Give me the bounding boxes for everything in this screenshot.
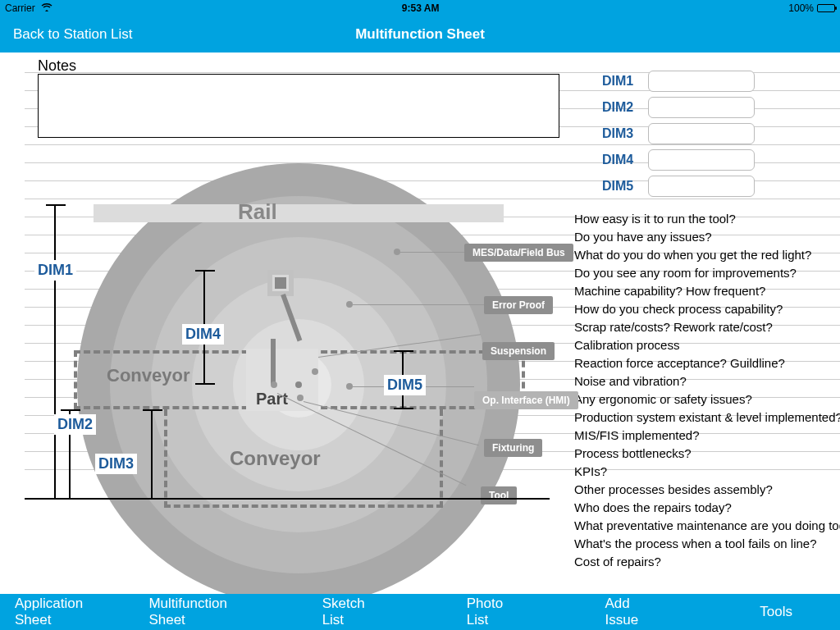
question-item: Reaction force acceptance? Guildline? (574, 354, 837, 372)
dim3-input[interactable] (648, 123, 755, 144)
question-item: Scrap rate/costs? Rework rate/cost? (574, 318, 837, 336)
tab-multifunction-sheet[interactable]: Multifunction Sheet (134, 596, 277, 628)
dim2-tag: DIM2 (54, 414, 96, 435)
dim4-tick (195, 270, 215, 272)
callout-fixturing: Fixturing (484, 439, 542, 457)
callout-hmi: Op. Interface (HMI) (474, 391, 578, 409)
rail-label: Rail (238, 199, 277, 225)
question-item: Calibration process (574, 336, 837, 354)
tab-photo-list[interactable]: Photo List (452, 596, 541, 628)
back-button[interactable]: Back to Station List (13, 26, 133, 43)
callout-dot (394, 249, 400, 255)
dim4-input[interactable] (648, 149, 755, 171)
tool-arm (271, 339, 276, 385)
question-item: Machine capability? How frequent? (574, 282, 837, 300)
question-item: MIS/FIS implemented? (574, 427, 837, 445)
conveyor-label-1: Conveyor (107, 365, 189, 386)
bottom-toolbar: Application Sheet Multifunction Sheet Sk… (0, 594, 840, 630)
baseline (25, 498, 550, 500)
dim4-row: DIM4 (602, 149, 755, 171)
dim1-label: DIM1 (602, 74, 641, 89)
callout-error-proof: Error Proof (484, 296, 553, 314)
dim1-line (54, 204, 56, 500)
question-item: How easy is it to run the tool? (574, 210, 837, 228)
question-item: What's the process when a tool fails on … (574, 535, 837, 553)
callout-dot (312, 368, 318, 375)
status-bar: Carrier 9:53 AM 100% (0, 0, 840, 16)
tab-tools[interactable]: Tools (745, 604, 807, 620)
notes-input[interactable] (38, 74, 559, 138)
battery-percent: 100% (788, 2, 814, 14)
question-item: Any ergonomic or safety issues? (574, 390, 837, 409)
dim1-tick (46, 204, 66, 206)
callout-line (353, 304, 484, 305)
dim5-tick (394, 408, 413, 409)
dim5-input[interactable] (648, 176, 755, 197)
tab-sketch-list[interactable]: Sketch List (308, 596, 403, 628)
dim1-tag: DIM1 (34, 260, 76, 281)
dim2-row: DIM2 (602, 97, 755, 118)
dim4-tag: DIM4 (182, 324, 224, 345)
battery-icon (817, 4, 835, 12)
dim3-line (151, 409, 153, 498)
callout-mes: MES/Data/Field Bus (464, 244, 573, 262)
tool-head-icon (267, 270, 294, 296)
dim5-row: DIM5 (602, 176, 755, 197)
dim5-label: DIM5 (602, 179, 641, 194)
clock: 9:53 AM (402, 2, 440, 14)
dim1-row: DIM1 (602, 71, 755, 92)
carrier-label: Carrier (5, 2, 35, 14)
question-item: Cost of repairs? (574, 553, 837, 571)
question-item: Process bottlenecks? (574, 445, 837, 463)
dim3-tick (143, 409, 162, 411)
dim1-input[interactable] (648, 71, 755, 92)
question-item: How do you check process capability? (574, 300, 837, 318)
question-item: What do you do when you get the red ligh… (574, 246, 837, 264)
question-list: How easy is it to run the tool? Do you h… (574, 210, 837, 571)
content-area: Notes DIM1 DIM2 DIM3 DIM4 DIM5 How easy … (0, 52, 840, 594)
dim5-tick (394, 350, 413, 352)
callout-suspension: Suspension (482, 342, 555, 360)
question-item: Production system existant & level imple… (574, 409, 837, 427)
question-item: Do you have any issues? (574, 228, 837, 246)
dim2-input[interactable] (648, 97, 755, 118)
callout-dot (346, 301, 353, 308)
navigation-bar: Back to Station List Multifunction Sheet (0, 16, 840, 52)
dim5-tag: DIM5 (384, 375, 426, 395)
callout-line (400, 252, 464, 253)
question-item: Who does the repairs today? (574, 499, 837, 517)
question-item: What preventative maintenance are you do… (574, 517, 837, 535)
question-item: KPIs? (574, 463, 837, 481)
page-title: Multifunction Sheet (355, 26, 485, 43)
rail-bar (94, 204, 504, 222)
workcell-diagram: Rail Conveyor Conveyor Part MES/Data/Fie… (25, 163, 573, 594)
callout-dot (346, 383, 353, 390)
question-item: Noise and vibration? (574, 372, 837, 390)
question-item: Do you see any room for improvements? (574, 264, 837, 282)
question-item: Other processes besides assembly? (574, 481, 837, 499)
tab-application-sheet[interactable]: Application Sheet (0, 596, 134, 628)
center-dot (295, 381, 302, 388)
dim4-tick (195, 383, 215, 385)
notes-label: Notes (38, 57, 76, 75)
tab-add-issue[interactable]: Add Issue (591, 596, 680, 628)
dim4-label: DIM4 (602, 153, 641, 167)
conveyor-label-2: Conveyor (230, 447, 321, 470)
callout-dot (271, 381, 277, 388)
callout-dot (297, 395, 304, 401)
callout-tool: Tool (481, 486, 517, 504)
wifi-icon (39, 2, 52, 14)
dim3-label: DIM3 (602, 126, 641, 141)
dim3-tag: DIM3 (95, 454, 137, 474)
part-label: Part (256, 390, 288, 409)
dim2-tick (61, 409, 80, 411)
dim3-row: DIM3 (602, 123, 755, 144)
dim2-label: DIM2 (602, 100, 641, 115)
